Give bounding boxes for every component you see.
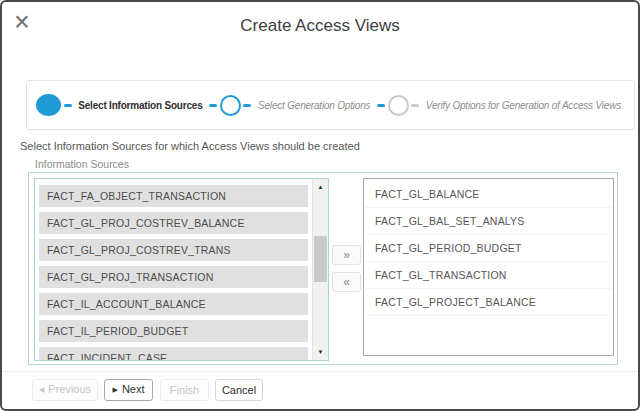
list-item[interactable]: FACT_INCIDENT_CASE <box>39 347 308 361</box>
list-item[interactable]: FACT_IL_ACCOUNT_BALANCE <box>39 293 308 315</box>
list-item[interactable]: FACT_IL_PERIOD_BUDGET <box>39 320 308 342</box>
list-item[interactable]: FACT_GL_BAL_SET_ANALYS <box>365 208 612 235</box>
step-2-indicator <box>220 95 241 116</box>
step-3-label: Verify Options for Generation of Access … <box>426 100 621 111</box>
list-item[interactable]: FACT_GL_PROJECT_BALANCE <box>365 289 612 316</box>
step-1-label: Select Information Sources <box>78 100 202 111</box>
step-connector <box>209 104 217 107</box>
footer-divider <box>2 371 638 372</box>
list-item[interactable]: FACT_FA_OBJECT_TRANSACTION <box>39 185 308 207</box>
finish-button-label: Finish <box>170 384 199 396</box>
step-connector <box>377 104 385 107</box>
cancel-button[interactable]: Cancel <box>215 379 263 401</box>
scrollbar-thumb[interactable] <box>314 236 327 282</box>
available-sources-rows: FACT_FA_OBJECT_TRANSACTION FACT_GL_PROJ_… <box>39 185 308 361</box>
step-connector <box>64 104 72 107</box>
scroll-down-icon[interactable]: ▼ <box>313 345 328 359</box>
right-triangle-icon: ▶ <box>112 386 117 393</box>
list-item[interactable]: FACT_GL_PROJ_TRANSACTION <box>39 266 308 288</box>
list-item[interactable]: FACT_GL_PROJ_COSTREV_TRANS <box>39 239 308 261</box>
step-3-indicator <box>388 95 409 116</box>
list-item[interactable]: FACT_GL_TRANSACTION <box>365 262 612 289</box>
double-chevron-left-icon: « <box>343 275 350 289</box>
dialog-title: Create Access Views <box>2 16 638 36</box>
previous-button-label: Previous <box>48 383 91 395</box>
instruction-text: Select Information Sources for which Acc… <box>20 140 360 152</box>
previous-button[interactable]: ◀Previous <box>32 379 98 401</box>
available-sources-list: FACT_FA_OBJECT_TRANSACTION FACT_GL_PROJ_… <box>34 178 329 361</box>
step-connector <box>243 104 251 107</box>
cancel-button-label: Cancel <box>222 384 256 396</box>
finish-button[interactable]: Finish <box>160 379 209 401</box>
list-item[interactable]: FACT_GL_PERIOD_BUDGET <box>365 235 612 262</box>
next-button[interactable]: ▶Next <box>104 379 153 401</box>
left-triangle-icon: ◀ <box>39 386 44 393</box>
step-2-label: Select Generation Options <box>258 100 370 111</box>
wizard-progress: Select Information Sources Select Genera… <box>26 80 635 130</box>
information-sources-label: Information Sources <box>35 158 129 170</box>
next-button-label: Next <box>122 383 145 395</box>
step-connector <box>411 104 419 107</box>
move-left-button[interactable]: « <box>332 272 361 292</box>
step-1-indicator <box>36 94 61 116</box>
scrollbar[interactable]: ▲ ▼ <box>312 179 328 360</box>
move-right-button[interactable]: » <box>332 245 361 265</box>
create-access-views-dialog: × Create Access Views Select Information… <box>0 0 640 411</box>
double-chevron-right-icon: » <box>343 248 350 262</box>
scroll-up-icon[interactable]: ▲ <box>313 180 328 194</box>
selected-sources-list: FACT_GL_BALANCE FACT_GL_BAL_SET_ANALYS F… <box>363 178 614 356</box>
list-item[interactable]: FACT_GL_PROJ_COSTREV_BALANCE <box>39 212 308 234</box>
list-item[interactable]: FACT_GL_BALANCE <box>365 181 612 208</box>
